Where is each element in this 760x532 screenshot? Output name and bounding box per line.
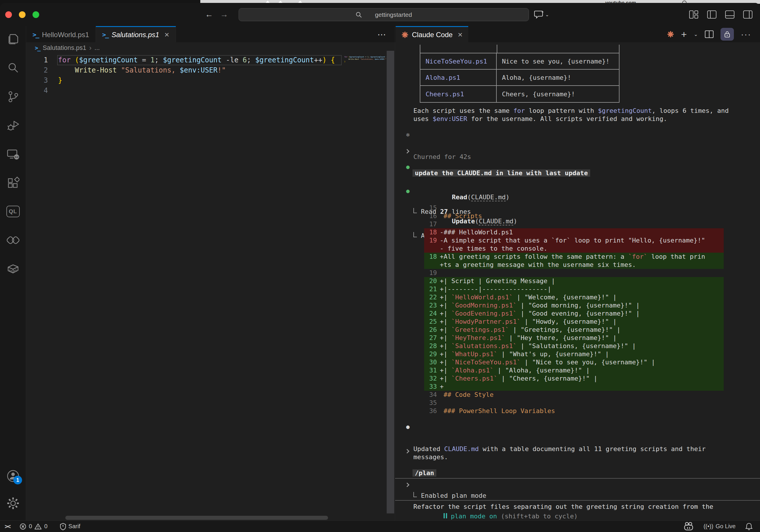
tab-helloworld[interactable]: >_ HelloWorld.ps1 — [26, 26, 96, 42]
robot-icon[interactable] — [684, 522, 693, 531]
lock-panel-button[interactable] — [721, 28, 734, 41]
toggle-secondary-sidebar-icon[interactable] — [743, 11, 752, 19]
tab-salutations[interactable]: >_ Salutations.ps1 × — [96, 26, 176, 42]
split-terminal-icon[interactable] — [705, 30, 714, 38]
sidebar-item-extensions[interactable] — [6, 176, 20, 190]
editor-horizontal-scrollbar[interactable] — [65, 516, 328, 520]
container-icon — [6, 263, 20, 275]
more-actions-button[interactable]: ··· — [741, 29, 751, 39]
run-debug-icon — [6, 119, 20, 132]
toggle-panel-icon[interactable] — [725, 11, 735, 19]
editor-vertical-scrollbar[interactable] — [387, 51, 394, 513]
history-forward-button[interactable]: → — [220, 3, 228, 26]
input-chevron-icon — [405, 483, 409, 487]
text-segment — [117, 66, 121, 74]
layout-controls — [689, 3, 752, 26]
svg-text:><: >< — [15, 155, 19, 159]
breadcrumb-separator: › — [89, 44, 91, 52]
new-terminal-button[interactable]: + — [681, 29, 687, 40]
remote-indicator-button[interactable]: >< — [5, 523, 10, 530]
tab-overflow-button[interactable]: ⋯ — [377, 26, 386, 42]
maximize-window-button[interactable] — [32, 11, 39, 18]
code-editor[interactable]: 1for ($greetingCount = 1; $greetingCount… — [26, 53, 387, 512]
diff-line: +ts a greeting message with the username… — [424, 261, 724, 269]
source-control-icon — [7, 90, 20, 103]
text-line: uses $env:USER for the username. All scr… — [413, 115, 729, 123]
text-segment: !" — [217, 66, 226, 74]
notifications-bell-icon[interactable] — [745, 523, 752, 530]
text-segment: +| — [440, 367, 451, 374]
breadcrumb-file[interactable]: Salutations.ps1 — [43, 44, 86, 52]
diff-text: +| `GoodMorning.ps1` | "Good morning, {u… — [440, 301, 640, 310]
breadcrumb-symbol[interactable]: ... — [94, 44, 100, 52]
text-segment: ( — [348, 56, 350, 58]
breadcrumb[interactable]: >_ Salutations.ps1 › ... — [26, 42, 395, 53]
sidebar-item-liveshare[interactable] — [6, 234, 20, 247]
text-segment: +|--------|-----------------| — [440, 286, 551, 293]
settings-button[interactable] — [6, 497, 20, 510]
text-segment: | "Greetings, {username}!" | — [509, 326, 620, 333]
tool-bullet-icon: ● — [405, 163, 411, 170]
problems-button[interactable]: 0 0 — [20, 523, 47, 530]
minimap[interactable]: for ($greetingCount = 1; $greetingCount … — [344, 56, 388, 76]
close-tab-icon[interactable]: × — [458, 30, 462, 39]
status-bar-left: >< 0 0 Sarif — [0, 523, 80, 530]
close-tab-icon[interactable]: × — [164, 30, 169, 39]
tab-label: Salutations.ps1 — [112, 31, 159, 39]
sidebar-item-search[interactable] — [6, 61, 20, 74]
close-window-button[interactable] — [5, 11, 12, 18]
powershell-icon: >_ — [102, 31, 108, 38]
mode-hint: (shift+tab to cycle) — [501, 512, 578, 520]
diff-line-number: 21 — [424, 285, 437, 293]
sidebar-item-explorer[interactable] — [6, 32, 20, 46]
copilot-chat-button[interactable]: ⌄ — [534, 3, 549, 26]
broadcast-icon: ((•)) — [703, 523, 713, 530]
minimize-window-button[interactable] — [19, 11, 25, 18]
terminal-dropdown-chevron-icon[interactable]: ⌄ — [694, 31, 698, 37]
diff-text — [440, 269, 444, 277]
remote-explorer-icon: >< — [6, 148, 20, 160]
history-back-button[interactable]: ← — [205, 3, 213, 26]
text-segment: ++ — [314, 56, 322, 64]
text-segment — [58, 66, 75, 74]
diff-text: +| `Aloha.ps1` | "Aloha, {username}!" | — [440, 366, 590, 375]
text-segment: `GoodMorning.ps1` — [451, 302, 517, 309]
text-segment: for — [344, 56, 348, 58]
text-segment: ; — [247, 56, 255, 64]
diff-text: -### HelloWorld.ps1 — [440, 228, 513, 237]
claude-terminal[interactable]: NiceToSeeYou.ps1Nice to see you, {userna… — [395, 42, 760, 520]
explorer-icon — [7, 33, 20, 46]
command-center-search[interactable]: gettingstarted — [239, 8, 529, 21]
toggle-primary-sidebar-icon[interactable] — [707, 11, 716, 19]
sidebar-item-containers[interactable] — [6, 262, 20, 276]
diff-text: +| `Salutations.ps1` | "Salutations, {us… — [440, 342, 636, 350]
claude-session-icon[interactable] — [667, 31, 674, 38]
text-segment: | "Cheers, {username}!" | — [498, 375, 597, 382]
diff-line: 18+All greeting scripts follow the same … — [424, 253, 724, 261]
diff-line: 17 — [424, 220, 724, 228]
sidebar-item-remote-explorer[interactable]: >< — [6, 147, 20, 161]
minimap-line — [344, 63, 388, 65]
minimap-line: Write-Host "Salutations, $env:USER!" — [344, 58, 388, 60]
text-segment: ## Scripts — [444, 212, 482, 220]
diff-line: 28+| `Salutations.ps1` | "Salutations, {… — [424, 342, 724, 350]
text-segment: `Greetings.ps1` — [451, 326, 509, 333]
sidebar-item-source-control[interactable] — [6, 90, 20, 103]
text-segment: `Cheers.ps1` — [451, 375, 498, 382]
diff-line-number: 17 — [424, 220, 437, 228]
sidebar-item-codeql[interactable]: QL — [6, 205, 20, 218]
customize-layout-icon[interactable] — [689, 11, 698, 19]
text-segment: loop that prin — [647, 253, 705, 260]
chevron-down-icon: ⌄ — [545, 12, 549, 18]
accounts-button[interactable]: 1 — [6, 469, 20, 483]
sarif-button[interactable]: Sarif — [60, 523, 80, 530]
diff-line-number: 36 — [424, 407, 437, 415]
diff-text: +| `HelloWorld.ps1` | "Welcome, {usernam… — [440, 293, 617, 301]
go-live-button[interactable]: ((•)) Go Live — [703, 523, 736, 530]
text-segment: | "Nice to see you, {username}!" | — [520, 359, 655, 366]
sidebar-item-run-debug[interactable] — [6, 119, 20, 132]
tab-claude-code[interactable]: Claude Code × — [396, 26, 468, 42]
text-segment: `WhatUp.ps1` — [451, 350, 498, 358]
diff-line-number: 18 — [424, 228, 437, 237]
tab-label: Claude Code — [412, 31, 452, 39]
